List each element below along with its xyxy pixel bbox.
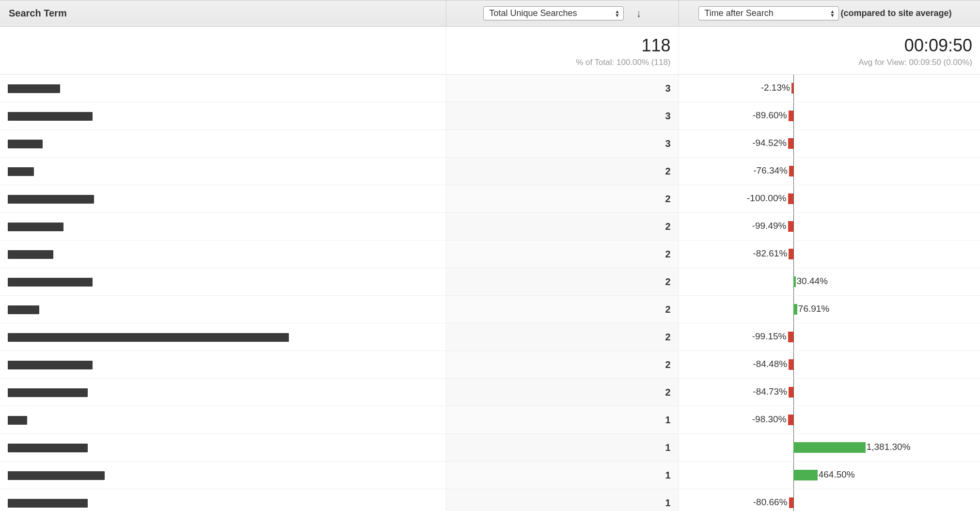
bar-value-label: 76.91% [798, 303, 829, 314]
positive-bar [793, 442, 866, 453]
total-unique-searches-value: 118 [454, 35, 671, 56]
table-header-row: Search Term Total Unique Searches ▲▼ ↓ T… [0, 0, 980, 27]
axis-line [793, 323, 794, 351]
comparison-bar: 464.50% [679, 462, 980, 489]
search-term-link[interactable] [8, 471, 105, 480]
bar-value-label: -84.48% [753, 359, 787, 369]
total-unique-searches-subtext: % of Total: 100.00% (118) [454, 58, 671, 67]
summary-row: 118 % of Total: 100.00% (118) 00:09:50 A… [0, 27, 980, 75]
bar-value-label: -94.52% [752, 138, 787, 148]
table-row: 2-84.48% [0, 351, 980, 379]
search-term-link[interactable] [8, 305, 39, 314]
axis-line [793, 130, 794, 157]
unique-searches-value: 1 [446, 434, 679, 462]
unique-searches-value: 2 [446, 240, 679, 268]
metric2-select[interactable]: Time after Search ▲▼ [698, 6, 839, 20]
table-row: 2-84.73% [0, 379, 980, 406]
search-term-link[interactable] [8, 388, 88, 397]
bar-value-label: -80.66% [753, 497, 788, 508]
axis-line [793, 213, 794, 240]
unique-searches-value: 2 [446, 213, 679, 240]
bar-value-label: -2.13% [761, 82, 790, 93]
comparison-bar: 76.91% [679, 296, 980, 323]
negative-bar [789, 166, 793, 176]
negative-bar [789, 387, 793, 398]
metric2-select-label: Time after Search [705, 8, 774, 18]
search-term-link[interactable] [8, 278, 93, 287]
search-term-link[interactable] [8, 140, 43, 148]
negative-bar [791, 83, 793, 94]
search-term-link[interactable] [8, 499, 88, 508]
unique-searches-value: 2 [446, 351, 679, 379]
comparison-bar: -99.15% [679, 323, 980, 351]
metric1-select[interactable]: Total Unique Searches ▲▼ [483, 6, 624, 20]
bar-value-label: -100.00% [747, 193, 786, 204]
unique-searches-value: 2 [446, 268, 679, 296]
table-row: 2-99.15% [0, 323, 980, 351]
search-term-link[interactable] [8, 195, 94, 204]
search-terms-table: Search Term Total Unique Searches ▲▼ ↓ T… [0, 0, 980, 511]
comparison-bar: 1,381.30% [679, 434, 980, 461]
comparison-bar: -94.52% [679, 130, 980, 157]
comparison-bar: -100.00% [679, 185, 980, 212]
comparison-bar: -2.13% [679, 75, 980, 102]
bar-value-label: -99.49% [752, 221, 787, 231]
table-row: 1-80.66% [0, 489, 980, 511]
select-arrows-icon: ▲▼ [830, 10, 835, 17]
bar-value-label: -76.34% [753, 165, 788, 176]
column-header-search-term[interactable]: Search Term [5, 8, 67, 18]
positive-bar [793, 276, 796, 287]
axis-line [793, 185, 794, 212]
table-row: 3-89.60% [0, 102, 980, 130]
negative-bar [788, 332, 793, 342]
negative-bar [789, 111, 793, 121]
comparison-bar: -80.66% [679, 489, 980, 511]
search-term-link[interactable] [8, 361, 93, 369]
table-row: 2-82.61% [0, 240, 980, 268]
search-term-link[interactable] [8, 444, 88, 452]
negative-bar [789, 359, 793, 370]
unique-searches-value: 2 [446, 158, 679, 185]
axis-line [793, 351, 794, 378]
search-term-link[interactable] [8, 223, 63, 231]
select-arrows-icon: ▲▼ [615, 10, 619, 17]
comparison-bar: 30.44% [679, 268, 980, 295]
bar-value-label: 30.44% [797, 276, 828, 287]
table-row: 3-94.52% [0, 130, 980, 158]
comparison-bar: -89.60% [679, 102, 980, 129]
negative-bar [788, 138, 793, 149]
search-term-link[interactable] [8, 112, 93, 121]
table-row: 276.91% [0, 296, 980, 323]
axis-line [793, 406, 794, 433]
compared-to-average-label: (compared to site average) [841, 8, 952, 18]
search-term-link[interactable] [8, 250, 53, 259]
bar-value-label: 464.50% [819, 469, 855, 480]
negative-bar [788, 221, 793, 232]
comparison-bar: -84.48% [679, 351, 980, 378]
bar-value-label: -84.73% [753, 386, 787, 397]
axis-line [793, 379, 794, 406]
unique-searches-value: 3 [446, 75, 679, 102]
search-term-link[interactable] [8, 333, 289, 342]
comparison-bar: -82.61% [679, 240, 980, 268]
time-after-search-value: 00:09:50 [687, 35, 973, 56]
table-row: 2-99.49% [0, 213, 980, 240]
negative-bar [788, 415, 793, 425]
bar-value-label: -99.15% [752, 331, 787, 342]
bar-value-label: -98.30% [752, 414, 787, 425]
search-term-link[interactable] [8, 167, 34, 176]
unique-searches-value: 3 [446, 102, 679, 130]
sort-descending-icon[interactable]: ↓ [636, 7, 642, 20]
table-row: 2-100.00% [0, 185, 980, 213]
search-term-link[interactable] [8, 84, 60, 93]
unique-searches-value: 2 [446, 185, 679, 213]
axis-line [793, 158, 794, 185]
bar-value-label: -82.61% [753, 248, 788, 259]
comparison-bar: -98.30% [679, 406, 980, 433]
table-row: 11,381.30% [0, 434, 980, 462]
table-row: 3-2.13% [0, 75, 980, 102]
search-term-link[interactable] [8, 416, 27, 425]
comparison-bar: -84.73% [679, 379, 980, 406]
axis-line [793, 489, 794, 511]
unique-searches-value: 2 [446, 296, 679, 323]
